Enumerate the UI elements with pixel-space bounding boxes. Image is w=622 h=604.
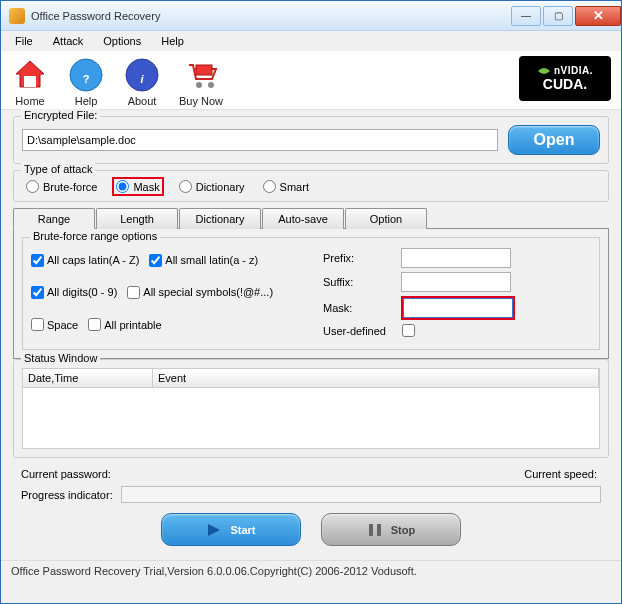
statusbar: Office Password Recovery Trial,Version 6… [1, 560, 621, 581]
radio-mask[interactable]: Mask [116, 180, 159, 193]
menu-file[interactable]: File [7, 33, 41, 49]
chk-printable-label: All printable [104, 319, 161, 331]
svg-rect-11 [377, 524, 381, 536]
svg-rect-10 [369, 524, 373, 536]
toolbar-about[interactable]: i About [123, 56, 161, 107]
chk-space[interactable]: Space [31, 312, 78, 338]
toolbar-buy[interactable]: Buy Now [179, 56, 223, 107]
userdef-label: User-defined [323, 325, 401, 337]
highlight-mask-input [401, 296, 515, 320]
open-button[interactable]: Open [508, 125, 600, 155]
play-icon [206, 522, 222, 538]
radio-dict-label: Dictionary [196, 181, 245, 193]
attack-type-legend: Type of attack [21, 163, 95, 175]
prefix-input[interactable] [401, 248, 511, 268]
chk-caps-label: All caps latin(A - Z) [47, 254, 139, 266]
help-icon: ? [67, 56, 105, 94]
pause-icon [367, 522, 383, 538]
current-password-label: Current password: [21, 468, 111, 480]
progress-bar [121, 486, 601, 503]
highlight-mask: Mask [112, 177, 163, 196]
menu-help[interactable]: Help [153, 33, 192, 49]
svg-rect-1 [24, 76, 36, 87]
titlebar: Office Password Recovery — ▢ ✕ [1, 1, 621, 31]
start-button[interactable]: Start [161, 513, 301, 546]
status-body [23, 388, 599, 448]
svg-point-8 [208, 82, 214, 88]
tab-range[interactable]: Range [13, 208, 95, 229]
chk-printable[interactable]: All printable [88, 312, 161, 338]
chk-userdef[interactable] [402, 324, 415, 337]
progress-label: Progress indicator: [21, 489, 113, 501]
minimize-button[interactable]: — [511, 6, 541, 26]
stop-button-label: Stop [391, 524, 415, 536]
app-icon [9, 8, 25, 24]
svg-marker-9 [208, 524, 220, 536]
app-window: Office Password Recovery — ▢ ✕ File Atta… [0, 0, 622, 604]
close-button[interactable]: ✕ [575, 6, 621, 26]
toolbar-home-label: Home [15, 95, 44, 107]
toolbar-help[interactable]: ? Help [67, 56, 105, 107]
radio-brute[interactable]: Brute-force [26, 180, 97, 193]
nvidia-eye-icon [537, 66, 551, 76]
window-title: Office Password Recovery [31, 10, 509, 22]
prefix-label: Prefix: [323, 252, 401, 264]
cart-icon [182, 56, 220, 94]
status-col-datetime[interactable]: Date,Time [23, 369, 153, 387]
status-group: Status Window Date,Time Event [13, 359, 609, 458]
maximize-button[interactable]: ▢ [543, 6, 573, 26]
tab-dictionary[interactable]: Dictionary [179, 208, 261, 229]
tab-length[interactable]: Length [96, 208, 178, 229]
radio-smart-label: Smart [280, 181, 309, 193]
cuda-brand: nVIDIA. [554, 65, 593, 76]
chk-symbols-label: All special symbols(!@#...) [143, 286, 273, 298]
cuda-label: CUDA. [543, 76, 587, 92]
range-fieldset: Brute-force range options All caps latin… [22, 237, 600, 350]
encrypted-file-group: Encrypted File: Open [13, 116, 609, 164]
svg-text:?: ? [83, 73, 90, 85]
status-col-event[interactable]: Event [153, 369, 599, 387]
tabpanel-range: Brute-force range options All caps latin… [13, 228, 609, 359]
start-button-label: Start [230, 524, 255, 536]
radio-brute-label: Brute-force [43, 181, 97, 193]
file-path-input[interactable] [22, 129, 498, 151]
menu-attack[interactable]: Attack [45, 33, 92, 49]
suffix-label: Suffix: [323, 276, 401, 288]
suffix-input[interactable] [401, 272, 511, 292]
mask-label: Mask: [323, 302, 401, 314]
radio-mask-label: Mask [133, 181, 159, 193]
range-legend: Brute-force range options [30, 230, 160, 242]
toolbar-home[interactable]: Home [11, 56, 49, 107]
radio-smart[interactable]: Smart [263, 180, 309, 193]
mask-input[interactable] [403, 298, 513, 318]
current-speed-label: Current speed: [524, 468, 597, 480]
tab-option[interactable]: Option [345, 208, 427, 229]
status-table: Date,Time Event [22, 368, 600, 449]
chk-small-label: All small latin(a - z) [165, 254, 258, 266]
tab-autosave[interactable]: Auto-save [262, 208, 344, 229]
attack-type-group: Type of attack Brute-force Mask Dictiona… [13, 170, 609, 202]
encrypted-file-legend: Encrypted File: [21, 109, 100, 121]
status-legend: Status Window [21, 352, 100, 364]
info-icon: i [123, 56, 161, 94]
toolbar-buy-label: Buy Now [179, 95, 223, 107]
chk-digits-label: All digits(0 - 9) [47, 286, 117, 298]
chk-space-label: Space [47, 319, 78, 331]
svg-point-7 [196, 82, 202, 88]
cuda-badge: nVIDIA. CUDA. [519, 56, 611, 101]
toolbar-help-label: Help [75, 95, 98, 107]
radio-dictionary[interactable]: Dictionary [179, 180, 245, 193]
svg-rect-6 [196, 65, 212, 75]
stop-button[interactable]: Stop [321, 513, 461, 546]
chk-digits[interactable]: All digits(0 - 9) [31, 279, 117, 305]
home-icon [11, 56, 49, 94]
chk-symbols[interactable]: All special symbols(!@#...) [127, 279, 273, 305]
chk-small[interactable]: All small latin(a - z) [149, 247, 258, 273]
chk-caps[interactable]: All caps latin(A - Z) [31, 247, 139, 273]
menu-options[interactable]: Options [95, 33, 149, 49]
tabstrip: Range Length Dictionary Auto-save Option [13, 208, 609, 229]
toolbar: Home ? Help i About Buy Now nVIDIA. CU [1, 51, 621, 110]
menubar: File Attack Options Help [1, 31, 621, 51]
toolbar-about-label: About [128, 95, 157, 107]
